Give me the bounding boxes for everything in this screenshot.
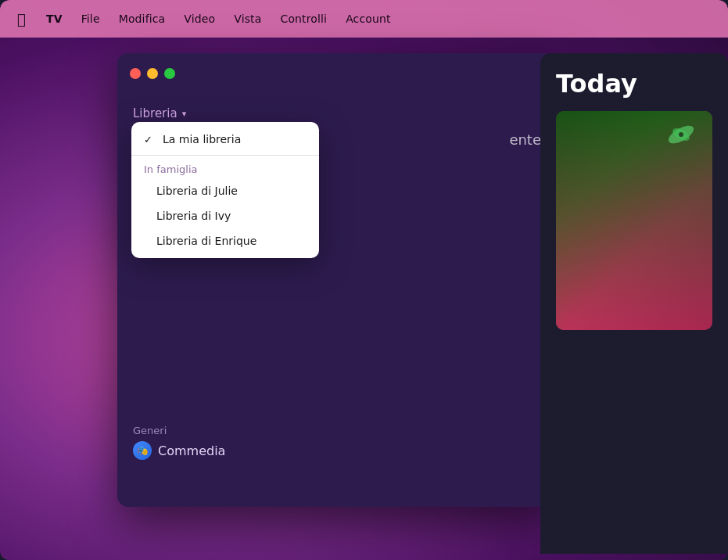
- svg-point-2: [679, 132, 683, 137]
- window-content: Libreria ▾ ente ✓ La mia libreria In fam…: [117, 94, 555, 142]
- julie-library-label: Libreria di Julie: [156, 185, 238, 197]
- dropdown-menu: ✓ La mia libreria In famiglia Libreria d…: [131, 122, 319, 258]
- right-panel: Today: [540, 53, 728, 554]
- genres-label: Generi: [133, 425, 225, 436]
- butterfly-icon: [665, 119, 697, 150]
- titlebar: [117, 53, 555, 94]
- minimize-button[interactable]: [147, 68, 158, 79]
- today-movie-poster[interactable]: [556, 111, 712, 330]
- library-header[interactable]: Libreria ▾: [133, 106, 540, 120]
- library-label: Libreria: [133, 106, 178, 120]
- julie-library-item[interactable]: Libreria di Julie: [131, 178, 319, 203]
- tv-menu-item[interactable]: TV: [37, 0, 72, 38]
- dropdown-separator-1: [131, 155, 319, 156]
- family-section-label: In famiglia: [131, 159, 319, 178]
- partial-recente-text: ente: [509, 131, 541, 148]
- menubar:  TV File Modifica Video Vista Controlli…: [0, 0, 728, 38]
- account-menu-item[interactable]: Account: [336, 0, 400, 38]
- file-menu-item[interactable]: File: [72, 0, 109, 38]
- app-window: Libreria ▾ ente ✓ La mia libreria In fam…: [117, 53, 555, 507]
- desktop:  TV File Modifica Video Vista Controlli…: [0, 0, 728, 560]
- enrique-library-label: Libreria di Enrique: [156, 235, 256, 247]
- video-menu-item[interactable]: Video: [174, 0, 224, 38]
- my-library-label: La mia libreria: [163, 133, 241, 145]
- today-title: Today: [556, 69, 712, 99]
- ivy-library-item[interactable]: Libreria di Ivy: [131, 203, 319, 228]
- modifica-menu-item[interactable]: Modifica: [109, 0, 175, 38]
- chevron-down-icon: ▾: [182, 109, 187, 119]
- commedia-label: Commedia: [158, 443, 225, 458]
- controlli-menu-item[interactable]: Controlli: [271, 0, 336, 38]
- checkmark-icon: ✓: [144, 134, 156, 145]
- genres-section: Generi 🎭 Commedia: [133, 425, 225, 460]
- apple-menu-item[interactable]: : [14, 0, 37, 38]
- comedy-genre-icon: 🎭: [133, 441, 152, 460]
- commedia-genre-item[interactable]: 🎭 Commedia: [133, 441, 225, 460]
- vista-menu-item[interactable]: Vista: [224, 0, 271, 38]
- enrique-library-item[interactable]: Libreria di Enrique: [131, 228, 319, 253]
- maximize-button[interactable]: [164, 68, 175, 79]
- close-button[interactable]: [130, 68, 141, 79]
- my-library-item[interactable]: ✓ La mia libreria: [131, 127, 319, 152]
- ivy-library-label: Libreria di Ivy: [156, 210, 231, 222]
